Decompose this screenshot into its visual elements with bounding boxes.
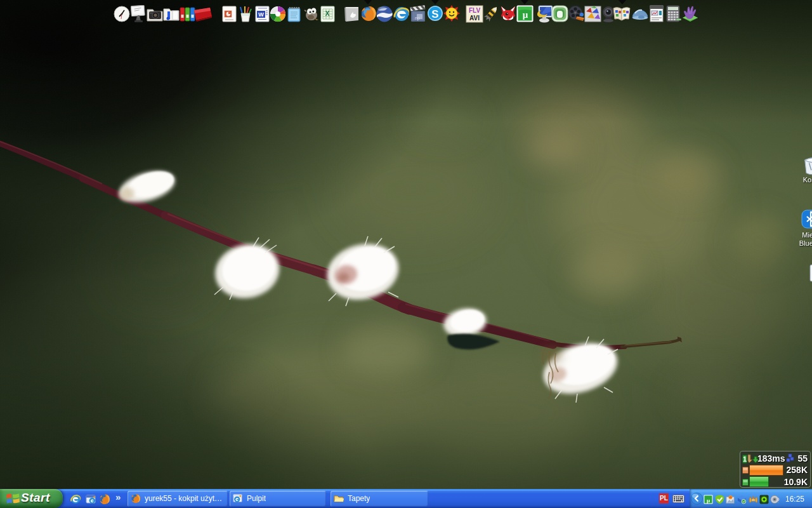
- svg-text:X: X: [325, 10, 330, 17]
- svg-text:np: np: [415, 16, 420, 21]
- svg-text:1: 1: [743, 455, 747, 463]
- svg-text:μ: μ: [523, 10, 528, 20]
- svg-text:S: S: [431, 8, 438, 20]
- svg-text:μ: μ: [707, 497, 710, 504]
- svg-text:FLV: FLV: [469, 7, 480, 14]
- svg-text:AVI: AVI: [469, 15, 480, 22]
- svg-text:W: W: [258, 11, 264, 18]
